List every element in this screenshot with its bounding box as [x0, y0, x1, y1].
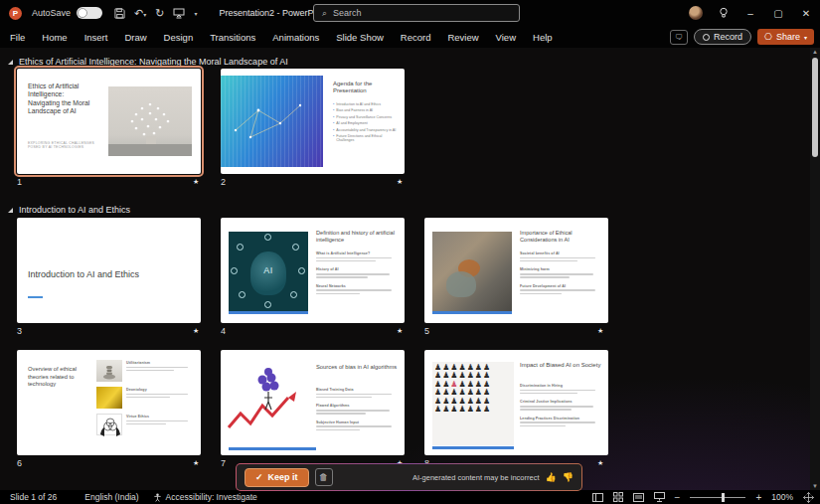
slide-thumbnail-8[interactable]: ♟♟♟♟♟♟♟ ♟♟♟♟♟♟♟ ♟♟♟♟♟♟♟ ♟♟♟♟♟♟♟ ♟♟♟♟♟♟♟ …	[424, 350, 608, 455]
slide5-sections: Societal benefits of AI Minimizing harm …	[520, 252, 597, 300]
search-input[interactable]: ⌕ Search	[313, 4, 520, 22]
slide4-animation-star-icon: ★	[397, 327, 403, 335]
slide-number-3: 3	[17, 326, 22, 336]
zoom-slider-thumb[interactable]	[722, 493, 725, 502]
slide2-network-image	[221, 76, 323, 167]
start-slideshow-icon[interactable]	[173, 8, 185, 19]
section-header-1[interactable]: Ethics of Artificial Intelligence: Navig…	[8, 57, 288, 67]
tab-transitions[interactable]: Transitions	[210, 32, 255, 43]
zoom-in-button[interactable]: +	[755, 492, 761, 503]
slide4-accent-bar	[229, 311, 308, 314]
slide-counter[interactable]: Slide 1 of 26	[10, 492, 57, 502]
tab-design[interactable]: Design	[164, 32, 194, 43]
tab-file[interactable]: File	[10, 32, 25, 43]
slide8-title: Impact of Biased AI on Society	[520, 362, 601, 369]
slide8-accent-bar	[432, 446, 514, 449]
slideshow-view-icon[interactable]	[654, 492, 665, 502]
keep-it-button[interactable]: ✓ Keep it	[245, 468, 309, 487]
fit-slide-to-window-icon[interactable]	[803, 492, 814, 503]
close-button[interactable]: ✕	[792, 0, 820, 26]
reading-view-icon[interactable]	[633, 493, 644, 502]
scrollbar-thumb[interactable]	[812, 58, 818, 157]
tab-insert[interactable]: Insert	[84, 32, 108, 43]
slide6-animation-star-icon: ★	[193, 459, 199, 467]
zoom-out-button[interactable]: −	[675, 492, 681, 503]
undo-icon[interactable]: ↶▾	[134, 8, 146, 19]
tab-animations[interactable]: Animations	[272, 32, 319, 43]
zoom-level[interactable]: 100%	[771, 492, 793, 502]
lightbulb-icon[interactable]	[717, 7, 731, 19]
slide-number-2: 2	[221, 177, 226, 187]
tab-help[interactable]: Help	[533, 32, 553, 43]
comments-icon[interactable]: 🗨	[670, 30, 688, 45]
powerpoint-logo-icon: P	[9, 7, 22, 20]
slide-sorter-view-icon[interactable]	[613, 492, 623, 502]
scroll-up-icon[interactable]: ▲	[812, 48, 818, 56]
thumbs-down-icon[interactable]: 👎	[563, 472, 574, 482]
search-placeholder: Search	[333, 8, 362, 18]
chevron-down-icon: ▾	[804, 34, 807, 41]
share-button[interactable]: ⎔Share▾	[757, 29, 814, 45]
language-selector[interactable]: English (India)	[84, 492, 138, 502]
slide-thumbnail-6[interactable]: Overview of ethical theories related to …	[17, 350, 201, 455]
normal-view-icon[interactable]	[592, 493, 603, 502]
scroll-down-icon[interactable]: ▼	[812, 482, 818, 490]
accessibility-icon	[153, 493, 162, 502]
section-collapse-icon	[8, 60, 13, 65]
slide6-virtue-ethics-image	[96, 414, 122, 435]
customize-qat-icon[interactable]: ▾	[194, 10, 197, 17]
slide3-title: Introduction to AI and Ethics	[28, 269, 147, 281]
discard-trash-button[interactable]: 🗑	[315, 468, 333, 486]
autosave-toggle[interactable]	[77, 7, 102, 19]
ai-callout-bar: ✓ Keep it 🗑 AI-generated content may be …	[236, 463, 582, 491]
slide5-photo-image	[432, 232, 512, 311]
slide8-sections: Discrimination in Hiring Criminal Justic…	[520, 384, 597, 432]
slide-thumbnail-3[interactable]: Introduction to AI and Ethics	[17, 218, 201, 323]
slide2-title: Agenda for the Presentation	[333, 81, 395, 94]
search-icon: ⌕	[322, 8, 327, 19]
slide-thumbnail-5[interactable]: Importance of Ethical Considerations in …	[424, 218, 608, 323]
slide6-rows: Utilitarianism Deontology Virtue Ethics	[96, 360, 194, 440]
slide-sorter-canvas: Ethics of Artificial Intelligence: Navig…	[0, 48, 820, 490]
slide2-animation-star-icon: ★	[397, 178, 403, 186]
save-icon[interactable]	[114, 8, 125, 19]
slide8-animation-star-icon: ★	[597, 459, 603, 467]
zoom-slider[interactable]	[690, 497, 745, 498]
accessibility-status[interactable]: Accessibility: Investigate	[153, 492, 257, 502]
tab-draw[interactable]: Draw	[124, 32, 146, 43]
slide8-crowd-image: ♟♟♟♟♟♟♟ ♟♟♟♟♟♟♟ ♟♟♟♟♟♟♟ ♟♟♟♟♟♟♟ ♟♟♟♟♟♟♟ …	[432, 362, 514, 445]
section-collapse-icon	[8, 208, 13, 213]
slide-number-1: 1	[17, 177, 22, 187]
slide-thumbnail-4[interactable]: AI Definition and history of artificial …	[221, 218, 405, 323]
share-person-icon: ⎔	[764, 32, 772, 42]
autosave-label: AutoSave	[32, 8, 71, 18]
slide-thumbnail-2[interactable]: Agenda for the Presentation •Introductio…	[221, 69, 405, 174]
slide-thumbnail-1[interactable]: Ethics of Artificial Intelligence: Navig…	[17, 69, 201, 174]
tab-review[interactable]: Review	[447, 32, 478, 43]
vertical-scrollbar[interactable]: ▲ ▼	[810, 48, 820, 490]
section-header-2[interactable]: Introduction to AI and Ethics	[8, 205, 130, 215]
tab-view[interactable]: View	[496, 32, 516, 43]
tab-home[interactable]: Home	[42, 32, 67, 43]
slide4-sections: What is Artificial Intelligence? History…	[316, 252, 394, 300]
record-button[interactable]: Record	[694, 29, 751, 45]
avatar[interactable]	[689, 6, 703, 20]
slide7-title: Sources of bias in AI algorithms	[316, 364, 398, 371]
redo-icon[interactable]: ↻	[155, 8, 164, 19]
slide7-accent-bar	[229, 447, 316, 450]
thumbs-up-icon[interactable]: 👍	[546, 472, 557, 482]
maximize-button[interactable]: ▢	[764, 0, 792, 26]
minimize-button[interactable]: –	[737, 0, 764, 26]
tab-record[interactable]: Record	[401, 32, 431, 43]
ai-content-notice: AI-generated content may be incorrect	[412, 473, 540, 482]
slide6-title: Overview of ethical theories related to …	[28, 366, 85, 389]
tab-slideshow[interactable]: Slide Show	[336, 32, 384, 43]
slide-number-6: 6	[17, 458, 22, 468]
slide4-title: Definition and history of artificial int…	[316, 230, 398, 243]
slide-thumbnail-7[interactable]: Sources of bias in AI algorithms Biased …	[221, 350, 405, 455]
toggle-knob	[78, 8, 87, 18]
slide7-sections: Biased Training Data Flawed Algorithms S…	[316, 388, 394, 436]
slide-number-7: 7	[221, 458, 226, 468]
ribbon-menu-bar: File Home Insert Draw Design Transitions…	[0, 26, 820, 48]
slide6-deontology-image	[96, 387, 122, 409]
